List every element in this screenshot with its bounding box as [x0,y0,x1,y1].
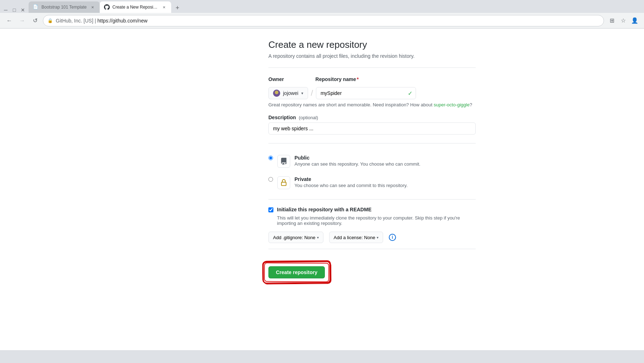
forward-button[interactable]: → [17,16,27,26]
public-desc: Anyone can see this repository. You choo… [294,161,420,167]
back-button[interactable]: ← [4,16,14,26]
tab-close-2[interactable]: ✕ [161,4,167,10]
private-label-group: Private You choose who can see and commi… [294,176,408,188]
private-icon [277,176,290,189]
main-container: Create a new repository A repository con… [161,39,483,293]
checkmark-icon: ✓ [408,90,412,97]
owner-name: jojowei [283,90,298,96]
bookmark-button[interactable]: ☆ [618,16,628,26]
owner-repo-section: Owner Repository name* [268,76,476,107]
description-label: Description (optional) [268,115,476,120]
description-section: Description (optional) [268,115,476,135]
private-radio[interactable] [268,177,273,182]
hint-suggestion-link[interactable]: super-octo-giggle [434,102,469,107]
repo-name-input-wrap: ✓ [316,87,416,99]
svg-point-1 [274,95,279,97]
private-desc: You choose who can see and commit to thi… [294,183,408,188]
lock-icon: 🔒 [48,18,53,23]
repo-name-label: Repository name* [316,76,359,82]
initialize-checkbox-option: Initialize this repository with a README [268,207,476,212]
tab-bootstrap[interactable]: 📄 Bootstrap 101 Template ✕ [29,1,100,13]
divider-3 [268,199,476,200]
initialize-label: Initialize this repository with a README [277,207,371,212]
address-actions: ⊞ ☆ 👤 [607,16,640,26]
gitignore-dropdown[interactable]: Add .gitignore: None ▾ [268,232,323,243]
divider-2 [268,143,476,143]
repo-name-input[interactable] [316,87,416,99]
address-bar: ← → ↺ 🔒 GitHub, Inc. [US] | https://gith… [0,13,644,29]
owner-repo-row: jojowei ▾ / ✓ [268,87,476,99]
visibility-section: Public Anyone can see this repository. Y… [268,151,476,193]
owner-field: Owner [268,76,284,84]
initialize-desc: This will let you immediately clone the … [277,215,476,226]
page-subtitle: A repository contains all project files,… [268,53,476,59]
public-title: Public [294,155,420,161]
owner-avatar [273,90,280,97]
divider-4 [268,249,476,249]
hint-text: Great repository names are short and mem… [268,102,476,107]
license-dropdown[interactable]: Add a license: None ▾ [329,232,383,243]
owner-label: Owner [268,76,284,82]
tab-favicon-1: 📄 [33,4,39,10]
license-label: Add a license: None [334,235,375,240]
owner-dropdown-arrow: ▾ [301,91,303,96]
license-arrow: ▾ [377,236,378,240]
optional-tag: (optional) [299,115,318,120]
refresh-button[interactable]: ↺ [30,16,40,26]
public-option: Public Anyone can see this repository. Y… [268,151,476,172]
tab-title-1: Bootstrap 101 Template [41,5,87,10]
public-icon [277,155,290,168]
dropdowns-row: Add .gitignore: None ▾ Add a license: No… [268,232,476,243]
window-controls: ─ □ ✕ [3,7,26,13]
repo-name-field: Repository name* [316,76,359,84]
create-section: Create repository [268,266,325,278]
translate-button[interactable]: ⊞ [607,16,617,26]
gitignore-arrow: ▾ [317,236,319,240]
tab-github-new[interactable]: Create a New Repository ✕ [100,1,171,13]
profile-button[interactable]: 👤 [630,16,640,26]
tab-close-1[interactable]: ✕ [90,4,95,10]
tab-favicon-2 [104,4,110,10]
required-star: * [357,76,358,82]
divider-1 [268,67,476,68]
maximize-button[interactable]: □ [11,7,17,13]
owner-select[interactable]: jojowei ▾ [268,87,308,99]
public-radio[interactable] [268,156,273,160]
create-repository-button[interactable]: Create repository [268,266,325,278]
public-label-group: Public Anyone can see this repository. Y… [294,155,420,167]
address-url: https://github.com/new [97,18,147,24]
address-company: GitHub, Inc. [US] | [56,18,97,24]
private-option: Private You choose who can see and commi… [268,172,476,193]
tab-bar: ─ □ ✕ 📄 Bootstrap 101 Template ✕ Create … [0,0,644,13]
address-text: GitHub, Inc. [US] | https://github.com/n… [56,18,599,24]
initialize-checkbox[interactable] [268,207,273,212]
browser-window: ─ □ ✕ 📄 Bootstrap 101 Template ✕ Create … [0,0,644,363]
page-content: Create a new repository A repository con… [0,29,644,350]
page-title: Create a new repository [268,39,476,50]
new-tab-button[interactable]: + [173,3,183,13]
close-button[interactable]: ✕ [20,7,26,13]
address-input-wrap[interactable]: 🔒 GitHub, Inc. [US] | https://github.com… [43,15,604,26]
tab-title-2: Create a New Repository [113,5,158,10]
description-input[interactable] [268,122,476,135]
gitignore-label: Add .gitignore: None [273,235,316,240]
minimize-button[interactable]: ─ [3,7,9,13]
slash-divider: / [311,87,313,99]
initialize-section: Initialize this repository with a README… [268,207,476,243]
field-labels: Owner Repository name* [268,76,476,84]
svg-point-0 [275,91,278,94]
info-icon[interactable]: i [389,234,396,241]
private-title: Private [294,176,408,182]
